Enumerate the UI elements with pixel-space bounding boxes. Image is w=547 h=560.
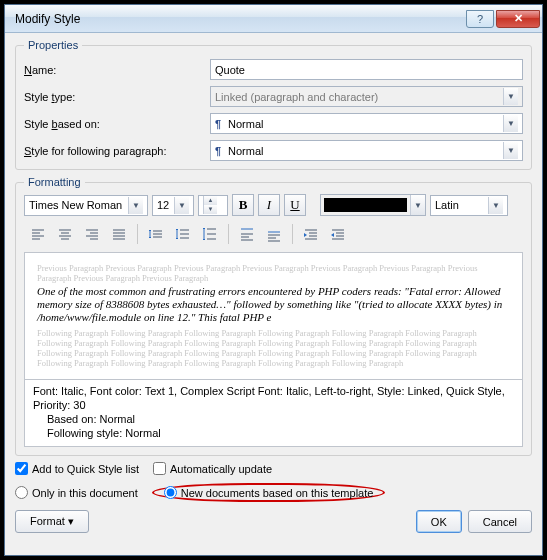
spin-up-icon[interactable]: ▲	[203, 196, 217, 205]
quick-style-checkbox[interactable]: Add to Quick Style list	[15, 462, 139, 475]
window-title: Modify Style	[15, 12, 466, 26]
font-family-value: Times New Roman	[29, 199, 122, 211]
color-swatch	[324, 198, 407, 212]
bold-button[interactable]: B	[232, 194, 254, 216]
following-value: Normal	[228, 145, 263, 157]
space-before-inc-button[interactable]	[235, 224, 259, 246]
auto-update-label: Automatically update	[170, 463, 272, 475]
only-document-radio[interactable]: Only in this document	[15, 486, 138, 499]
chevron-down-icon[interactable]: ▼	[410, 195, 425, 215]
chevron-down-icon[interactable]: ▼	[488, 197, 503, 214]
highlighted-option: New documents based on this template	[152, 483, 386, 502]
titlebar-buttons: ? ✕	[466, 10, 540, 28]
chevron-down-icon: ▼	[503, 88, 518, 105]
preview-pane: Previous Paragraph Previous Paragraph Pr…	[24, 252, 523, 380]
style-type-select: Linked (paragraph and character) ▼	[210, 86, 523, 107]
spin-down-icon[interactable]: ▼	[203, 205, 217, 214]
button-row: Format ▾ OK Cancel	[15, 510, 532, 533]
name-input[interactable]	[210, 59, 523, 80]
indent-dec-button[interactable]	[326, 224, 350, 246]
style-description: Font: Italic, Font color: Text 1, Comple…	[24, 380, 523, 447]
font-color-combo[interactable]: ▼	[320, 194, 426, 216]
preview-prev-text: Previous Paragraph Previous Paragraph Pr…	[37, 263, 510, 283]
font-size-combo[interactable]: 12 ▼	[152, 195, 194, 216]
separator	[228, 224, 229, 244]
spinner-buttons: ▲ ▼	[203, 196, 217, 214]
properties-group: Properties Name: Style type: Linked (par…	[15, 39, 532, 170]
following-select[interactable]: ¶ Normal ▼	[210, 140, 523, 161]
indent-inc-button[interactable]	[299, 224, 323, 246]
desc-line-3: Following style: Normal	[33, 426, 514, 440]
script-combo[interactable]: Latin ▼	[430, 195, 508, 216]
separator	[292, 224, 293, 244]
based-on-value: Normal	[228, 118, 263, 130]
options-row: Add to Quick Style list Automatically up…	[15, 462, 532, 502]
italic-button[interactable]: I	[258, 194, 280, 216]
format-button[interactable]: Format ▾	[15, 510, 89, 533]
desc-line-2: Based on: Normal	[33, 412, 514, 426]
align-right-button[interactable]	[80, 224, 104, 246]
formatting-group: Formatting Times New Roman ▼ 12 ▼ ▲ ▼ B	[15, 176, 532, 456]
preview-follow-text: Following Paragraph Following Paragraph …	[37, 328, 510, 368]
pilcrow-icon: ¶	[215, 145, 225, 157]
name-label: Name:	[24, 64, 204, 76]
align-justify-button[interactable]	[107, 224, 131, 246]
new-documents-radio[interactable]: New documents based on this template	[164, 486, 374, 499]
cancel-button[interactable]: Cancel	[468, 510, 532, 533]
following-label: Style for following paragraph:	[24, 145, 204, 157]
line-spacing-15-button[interactable]	[171, 224, 195, 246]
ok-button[interactable]: OK	[416, 510, 462, 533]
style-type-label: Style type:	[24, 91, 204, 103]
font-size-value: 12	[157, 199, 169, 211]
space-before-dec-button[interactable]	[262, 224, 286, 246]
separator	[137, 224, 138, 244]
underline-button[interactable]: U	[284, 194, 306, 216]
font-size-spinner[interactable]: ▲ ▼	[198, 195, 228, 216]
dialog-body: Properties Name: Style type: Linked (par…	[5, 33, 542, 541]
auto-update-checkbox[interactable]: Automatically update	[153, 462, 272, 475]
desc-line-1: Font: Italic, Font color: Text 1, Comple…	[33, 384, 514, 412]
align-left-button[interactable]	[26, 224, 50, 246]
line-spacing-1-button[interactable]	[144, 224, 168, 246]
based-on-select[interactable]: ¶ Normal ▼	[210, 113, 523, 134]
close-button[interactable]: ✕	[496, 10, 540, 28]
paragraph-toolbar	[24, 224, 523, 246]
script-value: Latin	[435, 199, 459, 211]
chevron-down-icon[interactable]: ▼	[503, 115, 518, 132]
titlebar[interactable]: Modify Style ? ✕	[5, 5, 542, 33]
style-type-value: Linked (paragraph and character)	[215, 91, 378, 103]
chevron-down-icon[interactable]: ▼	[128, 197, 143, 214]
modify-style-dialog: Modify Style ? ✕ Properties Name: Style …	[4, 4, 543, 556]
only-document-label: Only in this document	[32, 487, 138, 499]
preview-sample-text: One of the most common and frustrating e…	[37, 285, 510, 324]
align-center-button[interactable]	[53, 224, 77, 246]
new-documents-label: New documents based on this template	[181, 487, 374, 499]
help-button[interactable]: ?	[466, 10, 494, 28]
chevron-down-icon[interactable]: ▼	[503, 142, 518, 159]
quick-style-label: Add to Quick Style list	[32, 463, 139, 475]
pilcrow-icon: ¶	[215, 118, 225, 130]
font-family-combo[interactable]: Times New Roman ▼	[24, 195, 148, 216]
chevron-down-icon[interactable]: ▼	[174, 197, 189, 214]
based-on-label: Style based on:	[24, 118, 204, 130]
font-toolbar: Times New Roman ▼ 12 ▼ ▲ ▼ B I U	[24, 194, 523, 216]
formatting-legend: Formatting	[24, 176, 85, 188]
line-spacing-2-button[interactable]	[198, 224, 222, 246]
properties-legend: Properties	[24, 39, 82, 51]
